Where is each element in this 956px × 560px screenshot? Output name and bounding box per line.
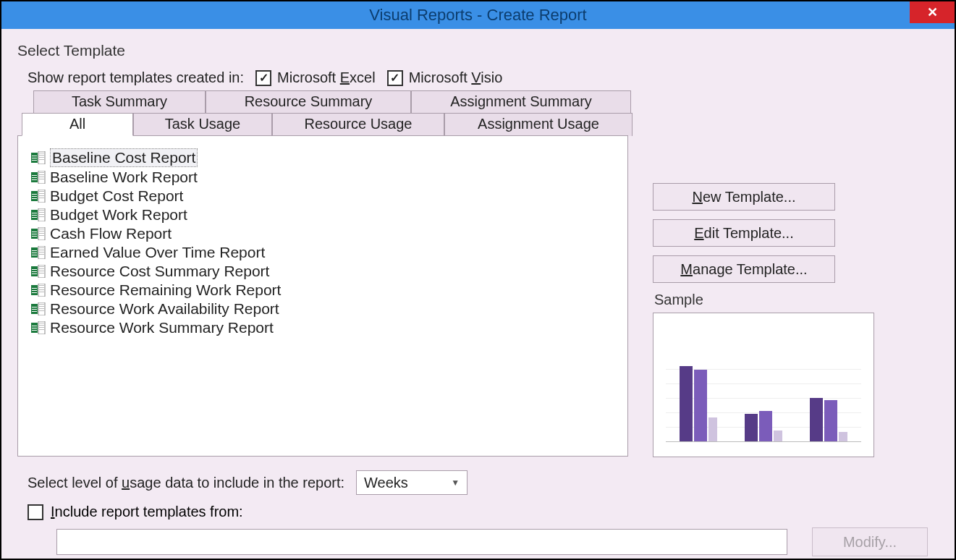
svg-rect-10: [32, 175, 37, 176]
svg-rect-41: [39, 229, 44, 229]
path-row: Modify...: [56, 527, 939, 556]
list-item-label: Resource Cost Summary Report: [50, 263, 269, 280]
list-item[interactable]: Resource Cost Summary Report: [31, 262, 620, 281]
svg-rect-5: [39, 153, 44, 153]
svg-rect-25: [39, 195, 44, 196]
svg-rect-86: [39, 323, 44, 323]
show-templates-row: Show report templates created in: Micros…: [28, 69, 939, 86]
svg-rect-1: [32, 156, 37, 156]
svg-rect-8: [39, 159, 44, 160]
titlebar: Visual Reports - Create Report ✕: [1, 1, 955, 29]
list-item-label: Budget Work Report: [50, 206, 187, 224]
svg-rect-62: [39, 273, 44, 273]
bar-group: [680, 366, 717, 442]
svg-rect-38: [32, 234, 37, 234]
svg-rect-74: [32, 309, 37, 310]
svg-rect-50: [39, 247, 44, 248]
tab-assignment-summary[interactable]: Assignment Summary: [411, 90, 631, 113]
svg-rect-37: [32, 232, 37, 232]
svg-rect-16: [39, 177, 44, 177]
select-template-label: Select Template: [17, 42, 939, 59]
svg-rect-26: [39, 198, 44, 198]
excel-icon: [31, 208, 46, 221]
svg-rect-30: [32, 217, 37, 218]
excel-icon: [31, 171, 46, 184]
list-item-label: Cash Flow Report: [50, 225, 172, 242]
svg-rect-34: [39, 214, 44, 215]
svg-rect-21: [32, 198, 37, 199]
tab-task-summary[interactable]: Task Summary: [33, 90, 206, 113]
svg-rect-78: [39, 306, 44, 307]
close-button[interactable]: ✕: [910, 1, 955, 23]
list-item[interactable]: Resource Remaining Work Report: [31, 281, 620, 300]
svg-rect-87: [39, 325, 44, 326]
tab-task-usage[interactable]: Task Usage: [133, 113, 272, 136]
dialog-body: Select Template Show report templates cr…: [1, 29, 955, 560]
svg-rect-73: [32, 307, 37, 307]
svg-rect-61: [39, 271, 44, 271]
edit-template-button[interactable]: Edit Template...: [653, 219, 835, 247]
tab-assignment-usage[interactable]: Assignment Usage: [444, 113, 633, 136]
list-item[interactable]: Baseline Cost Report: [31, 148, 620, 168]
list-item[interactable]: Resource Work Summary Report: [31, 318, 620, 337]
tab-resource-summary[interactable]: Resource Summary: [206, 90, 411, 113]
list-item[interactable]: Budget Cost Report: [31, 187, 620, 205]
svg-rect-83: [32, 328, 37, 328]
svg-rect-80: [39, 310, 44, 311]
list-item[interactable]: Earned Value Over Time Report: [31, 243, 620, 262]
list-item-label: Budget Cost Report: [50, 187, 183, 205]
svg-rect-3: [32, 160, 37, 161]
include-checkbox[interactable]: [28, 504, 43, 520]
manage-template-button[interactable]: Manage Template...: [653, 255, 835, 283]
sample-preview: [653, 313, 874, 457]
list-item[interactable]: Baseline Work Report: [31, 168, 620, 187]
svg-rect-89: [39, 329, 44, 330]
svg-rect-64: [32, 288, 37, 289]
list-item-label: Baseline Cost Report: [50, 148, 198, 167]
excel-label[interactable]: Microsoft Excel: [277, 69, 376, 86]
excel-checkbox[interactable]: [255, 70, 271, 86]
svg-rect-43: [39, 233, 44, 234]
show-templates-label: Show report templates created in:: [28, 69, 244, 86]
svg-rect-11: [32, 177, 37, 178]
list-item[interactable]: Resource Work Availability Report: [31, 300, 620, 318]
window-title: Visual Reports - Create Report: [369, 6, 586, 25]
bar: [680, 366, 693, 442]
new-template-button[interactable]: New Template...: [653, 183, 835, 211]
svg-rect-35: [39, 216, 44, 217]
list-item-label: Earned Value Over Time Report: [50, 244, 265, 261]
visio-label[interactable]: Microsoft Visio: [409, 69, 503, 86]
svg-rect-28: [32, 213, 37, 213]
svg-rect-88: [39, 327, 44, 328]
dialog-window: Visual Reports - Create Report ✕ Select …: [0, 0, 956, 560]
list-item[interactable]: Cash Flow Report: [31, 224, 620, 243]
svg-rect-14: [39, 172, 44, 173]
excel-icon: [31, 190, 46, 203]
include-from-row: Include report templates from:: [28, 504, 939, 520]
svg-rect-23: [39, 191, 44, 192]
svg-rect-2: [32, 158, 37, 158]
bar: [774, 430, 782, 441]
svg-rect-75: [32, 311, 37, 312]
include-path-input[interactable]: [56, 529, 787, 555]
bar-group: [745, 411, 782, 441]
usage-level-dropdown[interactable]: Weeks ▼: [356, 470, 468, 495]
bar: [759, 411, 772, 441]
tabset: Task SummaryResource SummaryAssignment S…: [22, 90, 633, 136]
template-listbox[interactable]: Baseline Cost ReportBaseline Work Report…: [17, 135, 628, 457]
visio-checkbox[interactable]: [387, 70, 403, 86]
svg-rect-65: [32, 290, 37, 291]
svg-rect-53: [39, 254, 44, 255]
tab-all[interactable]: All: [22, 113, 133, 136]
svg-rect-42: [39, 231, 44, 232]
excel-icon: [31, 227, 46, 240]
usage-level-row: Select level of usage data to include in…: [28, 470, 939, 495]
svg-rect-55: [32, 269, 37, 270]
list-item-label: Resource Work Summary Report: [50, 319, 274, 336]
close-icon: ✕: [927, 4, 938, 20]
include-label[interactable]: Include report templates from:: [51, 504, 243, 520]
list-item[interactable]: Budget Work Report: [31, 205, 620, 224]
svg-rect-44: [39, 235, 44, 236]
tab-resource-usage[interactable]: Resource Usage: [272, 113, 444, 136]
svg-rect-68: [39, 285, 44, 286]
